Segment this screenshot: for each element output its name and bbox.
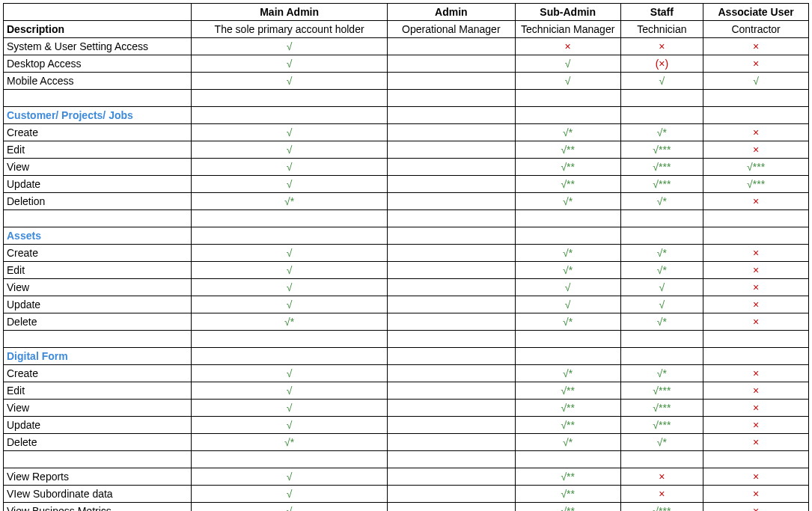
cell-associate-user: × (703, 486, 809, 503)
cell-staff: √*** (620, 503, 703, 512)
cell-value: × (753, 436, 759, 448)
cell-value: √** (561, 385, 575, 397)
cell-value: √** (561, 178, 575, 190)
cell-value: √ (287, 367, 293, 379)
empty-cell (703, 227, 809, 245)
cell-value: √*** (653, 385, 671, 397)
cell-value: √ (287, 58, 293, 70)
empty-cell (387, 331, 515, 348)
cell-associate-user: × (703, 245, 809, 262)
empty-cell (387, 451, 515, 468)
cell-sub-admin: √** (515, 159, 620, 176)
cell-staff: √ (620, 296, 703, 313)
cell-main-admin: √ (192, 159, 387, 176)
empty-cell (620, 348, 703, 365)
cell-main-admin: √ (192, 503, 387, 512)
cell-associate-user: × (703, 468, 809, 486)
cell-associate-user: × (703, 296, 809, 313)
cell-value: √* (657, 195, 667, 207)
cell-main-admin: √ (192, 486, 387, 503)
subheader-main-admin: The sole primary account holder (192, 21, 387, 38)
cell-staff: √* (620, 124, 703, 141)
empty-cell (620, 451, 703, 468)
cell-value: √* (563, 264, 573, 276)
cell-staff: √* (620, 313, 703, 331)
cell-sub-admin: √** (515, 141, 620, 159)
table-row: View√√**√***× (4, 400, 809, 417)
row-label: View (4, 279, 192, 296)
cell-value: √ (565, 58, 571, 70)
cell-admin (387, 73, 515, 90)
cell-value: × (565, 40, 571, 52)
empty-cell (515, 107, 620, 124)
cell-admin (387, 468, 515, 486)
cell-main-admin: √ (192, 141, 387, 159)
cell-associate-user: × (703, 141, 809, 159)
cell-value: × (753, 402, 759, 414)
cell-sub-admin: √ (515, 296, 620, 313)
cell-main-admin: √ (192, 400, 387, 417)
cell-associate-user: × (703, 503, 809, 512)
cell-value: × (753, 281, 759, 293)
table-row: Main AdminAdminSub-AdminStaffAssociate U… (4, 4, 809, 21)
cell-value: √** (561, 419, 575, 431)
cell-sub-admin: √* (515, 365, 620, 382)
cell-associate-user: × (703, 382, 809, 400)
cell-admin (387, 417, 515, 434)
cell-associate-user: × (703, 365, 809, 382)
empty-cell (4, 451, 192, 468)
cell-admin (387, 503, 515, 512)
cell-staff: √*** (620, 159, 703, 176)
cell-admin (387, 193, 515, 210)
cell-admin (387, 296, 515, 313)
cell-staff: × (620, 468, 703, 486)
cell-value: × (753, 195, 759, 207)
empty-cell (4, 90, 192, 107)
cell-admin (387, 141, 515, 159)
cell-value: × (753, 299, 759, 310)
cell-value: × (753, 505, 759, 511)
row-label: View Business Metrics (4, 503, 192, 512)
cell-value: √ (287, 471, 293, 483)
table-row: View√√**√***√*** (4, 159, 809, 176)
empty-cell (515, 331, 620, 348)
cell-value: √* (657, 247, 667, 259)
cell-value: √** (561, 488, 575, 500)
cell-staff: √*** (620, 141, 703, 159)
row-label: Delete (4, 313, 192, 331)
cell-associate-user: × (703, 434, 809, 451)
empty-cell (620, 210, 703, 227)
row-label: Create (4, 245, 192, 262)
empty-cell (387, 348, 515, 365)
cell-value: × (753, 247, 759, 259)
row-label: Update (4, 417, 192, 434)
section-heading: Digital Form (4, 348, 192, 365)
cell-main-admin: √ (192, 73, 387, 90)
cell-main-admin: √ (192, 55, 387, 73)
cell-value: √*** (747, 178, 765, 190)
cell-sub-admin: √** (515, 503, 620, 512)
cell-value: √ (287, 419, 293, 431)
cell-admin (387, 124, 515, 141)
cell-associate-user: × (703, 55, 809, 73)
empty-cell (703, 451, 809, 468)
cell-value: √* (657, 316, 667, 328)
table-row: Update√√**√***× (4, 417, 809, 434)
cell-associate-user: × (703, 313, 809, 331)
row-label: View Reports (4, 468, 192, 486)
cell-value: √* (563, 316, 573, 328)
cell-associate-user: √ (703, 73, 809, 90)
cell-admin (387, 382, 515, 400)
table-row: Deletion√*√*√*× (4, 193, 809, 210)
table-row: Desktop Access√√(×)× (4, 55, 809, 73)
row-label: Update (4, 296, 192, 313)
empty-cell (703, 90, 809, 107)
cell-value: × (659, 471, 665, 483)
cell-admin (387, 176, 515, 193)
header-associate-user: Associate User (703, 4, 809, 21)
table-row: Create√√*√*× (4, 124, 809, 141)
cell-value: × (753, 367, 759, 379)
table-body: Main AdminAdminSub-AdminStaffAssociate U… (4, 4, 809, 512)
cell-value: √* (563, 436, 573, 448)
cell-main-admin: √ (192, 468, 387, 486)
